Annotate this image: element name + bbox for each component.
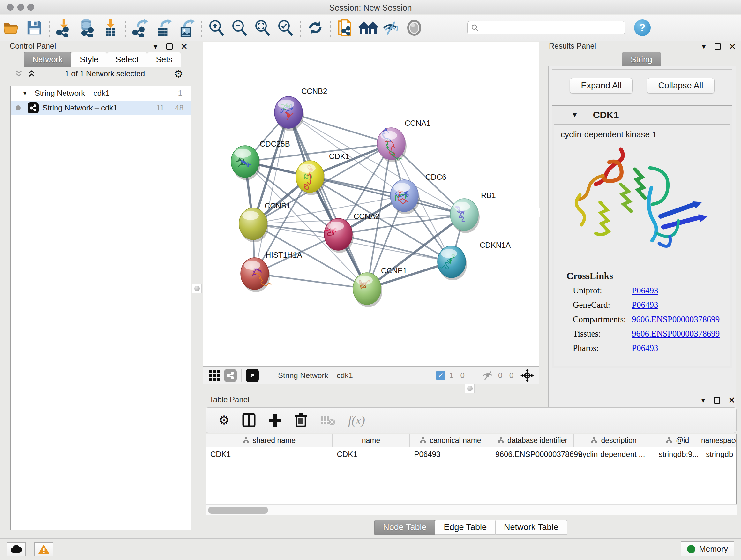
search-field[interactable]: [467, 21, 625, 35]
close-panel-icon[interactable]: ✕: [180, 42, 188, 52]
string-home-button[interactable]: [357, 17, 380, 38]
cell-namespace[interactable]: stringdb: [701, 447, 736, 461]
network-tree-row-selected[interactable]: String Network – cdk1 11 48: [10, 101, 191, 115]
birdseye-view-icon[interactable]: [246, 369, 259, 382]
cloud-button[interactable]: [7, 543, 25, 556]
network-graph[interactable]: CCNB2CCNA1CDC25BCDK1CDC6RB1CCNB1CCNA2CDK…: [203, 42, 539, 366]
edge-CCNB2-HIST1H1A[interactable]: [255, 112, 288, 273]
cell-shared-name[interactable]: CDK1: [206, 447, 333, 461]
scrollbar-thumb[interactable]: [208, 507, 268, 514]
zoom-fit-button[interactable]: [251, 17, 274, 38]
help-button[interactable]: ?: [634, 19, 651, 36]
edge-CCNB2-CCNE1[interactable]: [288, 112, 367, 289]
crosslink-link[interactable]: P06493: [632, 300, 658, 310]
zoom-out-button[interactable]: [228, 17, 251, 38]
network-canvas[interactable]: CCNB2CCNA1CDC25BCDK1CDC6RB1CCNB1CCNA2CDK…: [203, 42, 539, 367]
panel-menu-icon[interactable]: ▼: [152, 43, 159, 51]
fit-content-crosshair-icon[interactable]: [520, 368, 535, 383]
save-session-button[interactable]: [23, 17, 46, 38]
cell-name[interactable]: CDK1: [333, 447, 410, 461]
node-CDKN1A[interactable]: CDKN1A: [437, 241, 511, 280]
cell-description[interactable]: cyclin-dependent ...: [574, 447, 654, 461]
node-HIST1H1A[interactable]: HIST1H1A: [241, 251, 302, 292]
export-network-button[interactable]: [129, 17, 152, 38]
tree-expander-icon[interactable]: ▼: [22, 90, 28, 97]
export-image-button[interactable]: [175, 17, 198, 38]
close-panel-icon[interactable]: ✕: [729, 42, 736, 52]
crosslink-link[interactable]: 9606.ENSP00000378699: [632, 314, 720, 324]
gene-entry-header[interactable]: ▼ CDK1: [552, 106, 732, 124]
entry-expander-icon[interactable]: ▼: [571, 111, 578, 119]
column-header-database-identifier[interactable]: database identifier: [491, 434, 574, 447]
tab-edge-table[interactable]: Edge Table: [435, 520, 495, 535]
node-CCNB1[interactable]: CCNB1: [239, 201, 290, 242]
edge-HIST1H1A-CCNE1[interactable]: [255, 273, 367, 289]
tab-network[interactable]: Network: [23, 52, 71, 67]
column-header-shared-name[interactable]: shared name: [206, 434, 333, 447]
delete-column-icon[interactable]: [294, 413, 307, 428]
close-panel-icon[interactable]: ✕: [728, 395, 735, 406]
grid-view-icon[interactable]: [209, 370, 219, 381]
add-column-icon[interactable]: [268, 413, 282, 427]
table-horizontal-scrollbar[interactable]: [205, 504, 737, 515]
node-CCNE1[interactable]: CCNE1: [353, 266, 407, 307]
float-panel-icon[interactable]: [166, 44, 173, 50]
crosslink-link[interactable]: 9606.ENSP00000378699: [632, 329, 720, 339]
tab-network-table[interactable]: Network Table: [495, 520, 567, 535]
crosslinks-title: CrossLinks: [566, 270, 730, 281]
search-input[interactable]: [479, 23, 619, 32]
cell-canonical-name[interactable]: P06493: [409, 447, 491, 461]
zoom-in-button[interactable]: [205, 17, 228, 38]
node-CCNB2[interactable]: CCNB2: [274, 87, 327, 131]
cell-database-identifier[interactable]: 9606.ENSP00000378699: [491, 447, 574, 461]
tab-node-table[interactable]: Node Table: [374, 520, 435, 535]
column-header-name[interactable]: name: [333, 434, 410, 447]
crosslink-link[interactable]: P06493: [632, 286, 658, 296]
import-network-database-button[interactable]: [76, 17, 99, 38]
float-panel-icon[interactable]: [715, 44, 721, 50]
import-network-file-button[interactable]: [53, 17, 76, 38]
network-tree-root-row[interactable]: ▼ String Network – cdk1 1: [10, 86, 191, 101]
tab-style[interactable]: Style: [71, 52, 107, 67]
collapse-all-button[interactable]: Collapse All: [647, 78, 714, 94]
hide-unhide-button[interactable]: [380, 17, 403, 38]
column-header-namespace[interactable]: namespace: [701, 434, 736, 447]
selected-checkbox-icon[interactable]: ✓: [436, 371, 446, 380]
delete-table-icon[interactable]: [320, 415, 335, 426]
expand-all-button[interactable]: Expand All: [569, 78, 633, 94]
collapse-all-icon[interactable]: [15, 70, 23, 78]
crosslink-link[interactable]: P06493: [632, 343, 658, 353]
edge-CCNB2-CCNA1[interactable]: [288, 112, 391, 144]
node-table[interactable]: shared namenamecanonical namedatabase id…: [205, 434, 737, 515]
left-splitter-handle[interactable]: [192, 284, 202, 293]
table-row[interactable]: CDK1CDK1P064939606.ENSP00000378699cyclin…: [206, 447, 736, 461]
hidden-eye-icon[interactable]: [482, 371, 494, 380]
memory-button[interactable]: Memory: [681, 542, 734, 557]
function-builder-icon[interactable]: f(x): [348, 413, 365, 427]
node-RB1[interactable]: RB1: [450, 191, 496, 233]
import-table-button[interactable]: [99, 17, 122, 38]
zoom-selected-button[interactable]: [274, 17, 297, 38]
show-columns-icon[interactable]: [242, 413, 256, 427]
glass-ball-button[interactable]: [403, 17, 426, 38]
network-view-share-icon[interactable]: [224, 369, 237, 382]
table-panel: Table Panel ▼ ✕ ⚙: [203, 391, 738, 535]
refresh-layout-button[interactable]: [304, 17, 327, 38]
float-panel-icon[interactable]: [714, 397, 720, 403]
open-session-button[interactable]: [0, 17, 23, 38]
column-header-canonical-name[interactable]: canonical name: [410, 434, 491, 447]
tab-string[interactable]: String: [622, 52, 661, 67]
warning-button[interactable]: [35, 543, 53, 556]
gear-icon[interactable]: ⚙: [174, 68, 183, 80]
expand-all-icon[interactable]: [27, 70, 36, 78]
column-header-description[interactable]: description: [574, 434, 654, 447]
tab-sets[interactable]: Sets: [147, 52, 181, 67]
cell-@id[interactable]: stringdb:9...: [654, 447, 701, 461]
column-header-@id[interactable]: @id: [654, 434, 701, 447]
tab-select[interactable]: Select: [107, 52, 147, 67]
new-network-from-file-button[interactable]: [334, 17, 357, 38]
panel-menu-icon[interactable]: ▼: [701, 43, 707, 51]
panel-menu-icon[interactable]: ▼: [700, 397, 706, 404]
export-table-button[interactable]: [152, 17, 175, 38]
table-gear-icon[interactable]: ⚙: [219, 413, 229, 427]
